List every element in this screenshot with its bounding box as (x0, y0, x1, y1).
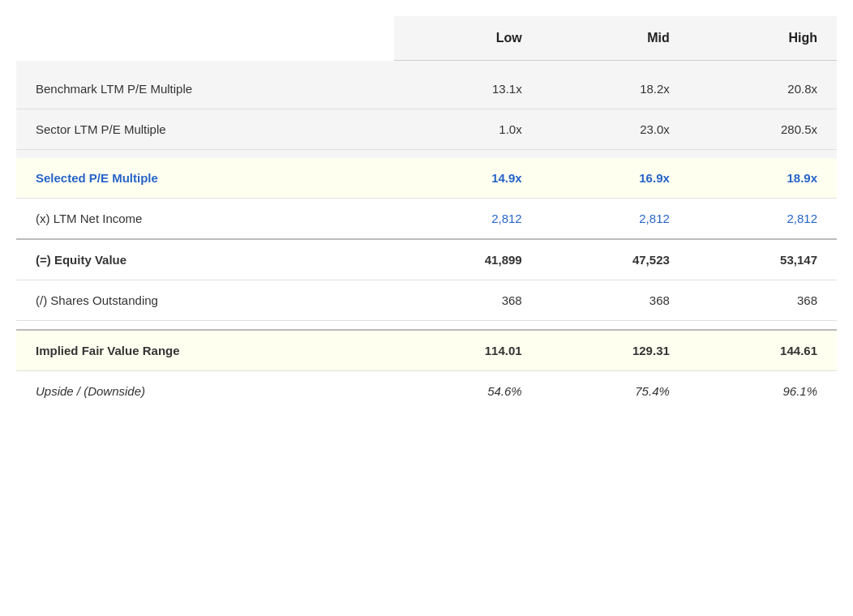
row-value-implied-fair-value-high: 144.61 (689, 330, 837, 371)
row-value-sector-ltm-high: 280.5x (689, 109, 837, 150)
row-label-selected-pe: Selected P/E Multiple (16, 158, 394, 199)
table-row: (x) LTM Net Income 2,812 2,812 2,812 (16, 199, 837, 240)
table-header-row: Low Mid High (16, 16, 837, 61)
row-value-upside-downside-low: 54.6% (394, 371, 542, 412)
table-row: Benchmark LTM P/E Multiple 13.1x 18.2x 2… (16, 69, 837, 109)
row-value-shares-outstanding-high: 368 (689, 280, 837, 321)
row-value-ltm-net-income-low: 2,812 (394, 199, 542, 240)
row-value-equity-value-low: 41,899 (394, 239, 542, 280)
row-value-benchmark-ltm-mid: 18.2x (542, 69, 689, 109)
table-row-implied-fair-value: Implied Fair Value Range 114.01 129.31 1… (16, 330, 837, 371)
row-value-selected-pe-high: 18.9x (689, 158, 837, 199)
row-value-implied-fair-value-mid: 129.31 (542, 330, 689, 371)
spacer-row-1 (16, 61, 837, 70)
row-value-upside-downside-high: 96.1% (689, 371, 837, 412)
row-value-selected-pe-low: 14.9x (394, 158, 542, 199)
header-mid: Mid (542, 16, 689, 61)
row-label-benchmark-ltm: Benchmark LTM P/E Multiple (16, 69, 394, 109)
spacer-row-2 (16, 150, 837, 159)
table-row: Sector LTM P/E Multiple 1.0x 23.0x 280.5… (16, 109, 837, 150)
row-label-sector-ltm: Sector LTM P/E Multiple (16, 109, 394, 150)
table-row-equity-value: (=) Equity Value 41,899 47,523 53,147 (16, 239, 837, 280)
row-label-shares-outstanding: (/) Shares Outstanding (16, 280, 394, 321)
row-label-upside-downside: Upside / (Downside) (16, 371, 394, 412)
row-value-benchmark-ltm-high: 20.8x (689, 69, 837, 109)
row-value-sector-ltm-low: 1.0x (394, 109, 542, 150)
table-row-selected-pe: Selected P/E Multiple 14.9x 16.9x 18.9x (16, 158, 837, 199)
row-label-implied-fair-value: Implied Fair Value Range (16, 330, 394, 371)
row-value-implied-fair-value-low: 114.01 (394, 330, 542, 371)
row-label-equity-value: (=) Equity Value (16, 239, 394, 280)
header-label-col (16, 16, 394, 61)
row-value-upside-downside-mid: 75.4% (542, 371, 689, 412)
row-value-equity-value-high: 53,147 (689, 239, 837, 280)
row-value-selected-pe-mid: 16.9x (542, 158, 689, 199)
header-high: High (689, 16, 837, 61)
header-low: Low (394, 16, 542, 61)
table-row-upside-downside: Upside / (Downside) 54.6% 75.4% 96.1% (16, 371, 837, 412)
row-value-equity-value-mid: 47,523 (542, 239, 689, 280)
valuation-table-container: Low Mid High Benchmark LTM P/E Multiple … (16, 16, 837, 411)
row-value-sector-ltm-mid: 23.0x (542, 109, 689, 150)
row-value-shares-outstanding-mid: 368 (542, 280, 689, 321)
spacer-row-3 (16, 321, 837, 331)
row-value-ltm-net-income-high: 2,812 (689, 199, 837, 240)
row-value-benchmark-ltm-low: 13.1x (394, 69, 542, 109)
row-label-ltm-net-income: (x) LTM Net Income (16, 199, 394, 240)
valuation-table: Low Mid High Benchmark LTM P/E Multiple … (16, 16, 837, 411)
row-value-shares-outstanding-low: 368 (394, 280, 542, 321)
table-row: (/) Shares Outstanding 368 368 368 (16, 280, 837, 321)
row-value-ltm-net-income-mid: 2,812 (542, 199, 689, 240)
